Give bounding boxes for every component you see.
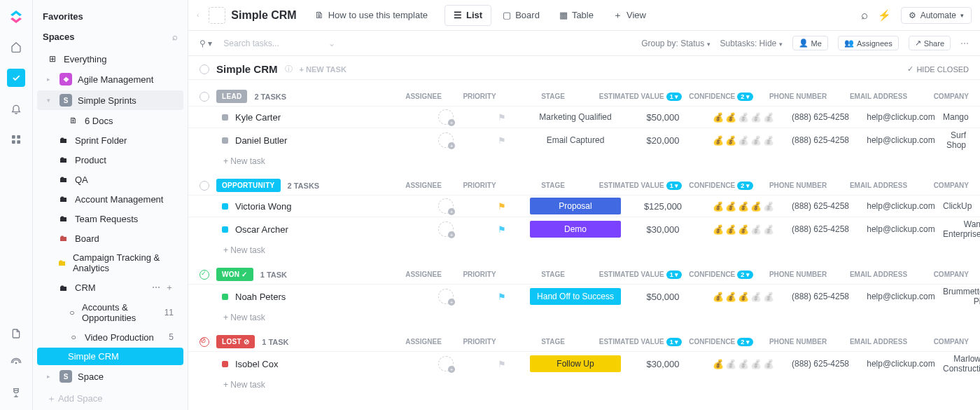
home-icon[interactable] [7, 38, 25, 56]
sidebar-docs[interactable]: 🗎6 Docs [37, 111, 183, 130]
apps-icon[interactable] [7, 130, 25, 149]
company[interactable]: Surf Shop [943, 130, 969, 150]
task-row[interactable]: Victoria Wong⚑Proposal$125,000💰💰💰💰💰(888)… [188, 195, 980, 217]
view-list[interactable]: ☰List [444, 5, 491, 26]
col-conf[interactable]: CONFIDENCE2 ▾ [682, 338, 760, 346]
sidebar-space[interactable]: ▸SSpace [37, 367, 183, 386]
col-est[interactable]: ESTIMATED VALUE1 ▾ [598, 182, 682, 189]
sidebar-sprint-folder[interactable]: 🖿Sprint Folder [37, 131, 183, 149]
email[interactable]: help@clickup.com [859, 135, 943, 145]
view-board[interactable]: ▢Board [494, 5, 548, 26]
col-company[interactable]: COMPANY [920, 93, 969, 100]
add-view[interactable]: ＋View [605, 5, 654, 26]
col-est[interactable]: ESTIMATED VALUE1 ▾ [598, 338, 682, 346]
automate-button[interactable]: ⚙Automate▾ [901, 7, 972, 24]
email[interactable]: help@clickup.com [859, 359, 943, 369]
subtasks-select[interactable]: Subtasks: Hide ▾ [720, 39, 783, 48]
collapse-sidebar-icon[interactable]: ‹ [197, 11, 199, 19]
add-task-button[interactable]: + New task [188, 241, 980, 258]
chevron-down-icon[interactable]: ⌄ [328, 39, 335, 48]
col-est[interactable]: ESTIMATED VALUE1 ▾ [598, 271, 682, 278]
estimated-value[interactable]: $50,000 [621, 112, 705, 123]
group-toggle-icon[interactable] [200, 181, 209, 191]
company[interactable]: Marlowe Constructio [943, 354, 980, 374]
priority-flag[interactable]: ⚑ [474, 112, 530, 123]
task-row[interactable]: Kyle Carter⚑Marketing Qualified$50,000💰💰… [188, 106, 980, 128]
confidence[interactable]: 💰💰💰💰💰 [705, 359, 782, 369]
priority-flag[interactable]: ⚑ [474, 201, 530, 212]
col-est[interactable]: ESTIMATED VALUE1 ▾ [598, 93, 682, 100]
stage-cell[interactable]: Proposal [530, 198, 621, 214]
task-row[interactable]: Oscar Archer⚑Demo$30,000💰💰💰💰💰(888) 625-4… [188, 217, 980, 241]
sidebar-board[interactable]: 🖿Board [37, 229, 183, 247]
col-conf[interactable]: CONFIDENCE2 ▾ [682, 93, 760, 100]
priority-flag[interactable]: ⚑ [474, 135, 530, 146]
task-row[interactable]: Daniel Butler⚑Email Captured$20,000💰💰💰💰💰… [188, 128, 980, 152]
col-priority[interactable]: PRIORITY [451, 338, 507, 346]
estimated-value[interactable]: $20,000 [621, 135, 705, 146]
tasks-icon[interactable] [7, 69, 25, 87]
task-row[interactable]: Isobel Cox⚑Follow Up$30,000💰💰💰💰💰(888) 62… [188, 351, 980, 376]
assignee-placeholder[interactable] [438, 356, 454, 371]
add-task-button[interactable]: + New task [188, 152, 980, 169]
bolt-icon[interactable]: ⚡ [878, 9, 891, 22]
search-icon[interactable]: ⌕ [861, 8, 868, 22]
col-conf[interactable]: CONFIDENCE2 ▾ [682, 271, 760, 278]
col-email[interactable]: EMAIL ADDRESS [836, 271, 920, 278]
col-company[interactable]: COMPANY [920, 182, 969, 189]
col-email[interactable]: EMAIL ADDRESS [836, 182, 920, 189]
info-icon[interactable]: ⓘ [285, 64, 293, 74]
col-priority[interactable]: PRIORITY [451, 271, 507, 278]
notifications-icon[interactable] [7, 100, 25, 118]
col-stage[interactable]: STAGE [507, 182, 598, 189]
favorites-header[interactable]: Favorites [33, 7, 188, 29]
assignee-placeholder[interactable] [438, 109, 454, 125]
email[interactable]: help@clickup.com [859, 112, 943, 122]
stage-cell[interactable]: Marketing Qualified [530, 109, 621, 125]
add-task-button[interactable]: + New task [188, 376, 980, 392]
sidebar-agile[interactable]: ▸❖Agile Management [37, 69, 183, 89]
stage-cell[interactable]: Follow Up [530, 355, 621, 372]
company[interactable]: ClickUp [943, 201, 974, 211]
col-priority[interactable]: PRIORITY [451, 182, 507, 189]
priority-flag[interactable]: ⚑ [474, 292, 530, 302]
col-email[interactable]: EMAIL ADDRESS [836, 93, 920, 100]
phone[interactable]: (888) 625-4258 [782, 224, 859, 234]
new-task-button[interactable]: + NEW TASK [300, 65, 346, 74]
view-table[interactable]: ▦Table [551, 5, 602, 26]
sidebar-everything[interactable]: ⊞Everything [37, 50, 183, 68]
col-phone[interactable]: PHONE NUMBER [760, 93, 836, 100]
estimated-value[interactable]: $50,000 [621, 292, 705, 302]
estimated-value[interactable]: $30,000 [621, 359, 705, 369]
sidebar-video-production[interactable]: ○Video Production5 [37, 328, 183, 346]
estimated-value[interactable]: $125,000 [621, 201, 705, 212]
groupby-select[interactable]: Group by: Status ▾ [641, 39, 710, 48]
howto-link[interactable]: 🗎How to use this template [307, 10, 436, 20]
confidence[interactable]: 💰💰💰💰💰 [705, 292, 782, 302]
sidebar-qa[interactable]: 🖿QA [37, 170, 183, 189]
col-priority[interactable]: PRIORITY [451, 93, 507, 100]
confidence[interactable]: 💰💰💰💰💰 [705, 135, 782, 146]
sidebar-account-mgmt[interactable]: 🖿Account Management [37, 190, 183, 208]
col-assignee[interactable]: ASSIGNEE [396, 182, 451, 189]
search-spaces-icon[interactable]: ⌕ [172, 32, 178, 42]
phone[interactable]: (888) 625-4258 [782, 292, 859, 301]
group-toggle-icon[interactable] [200, 270, 209, 280]
sidebar-simple-crm[interactable]: Simple CRM [37, 348, 183, 365]
col-email[interactable]: EMAIL ADDRESS [836, 338, 920, 346]
sidebar-accounts-opp[interactable]: ○Accounts & Opportunities11 [37, 299, 183, 327]
task-row[interactable]: Noah Peters⚑Hand Off to Success$50,000💰💰… [188, 284, 980, 308]
company[interactable]: Brummette's Pies [943, 287, 980, 306]
stage-cell[interactable]: Email Captured [530, 132, 621, 149]
sidebar-sprints[interactable]: ▾SSimple Sprints [37, 90, 183, 110]
logo-icon[interactable] [8, 8, 24, 25]
docs-icon[interactable] [7, 324, 25, 343]
sidebar-team-requests[interactable]: 🖿Team Requests [37, 210, 183, 228]
col-assignee[interactable]: ASSIGNEE [396, 271, 451, 278]
add-task-button[interactable]: + New task [188, 308, 980, 325]
group-toggle-icon[interactable] [200, 337, 209, 347]
priority-flag[interactable]: ⚑ [474, 359, 530, 369]
sidebar-product[interactable]: 🖿Product [37, 151, 183, 169]
col-assignee[interactable]: ASSIGNEE [396, 93, 451, 100]
sidebar-crm[interactable]: 🖿CRM⋯ ＋ [37, 278, 183, 297]
